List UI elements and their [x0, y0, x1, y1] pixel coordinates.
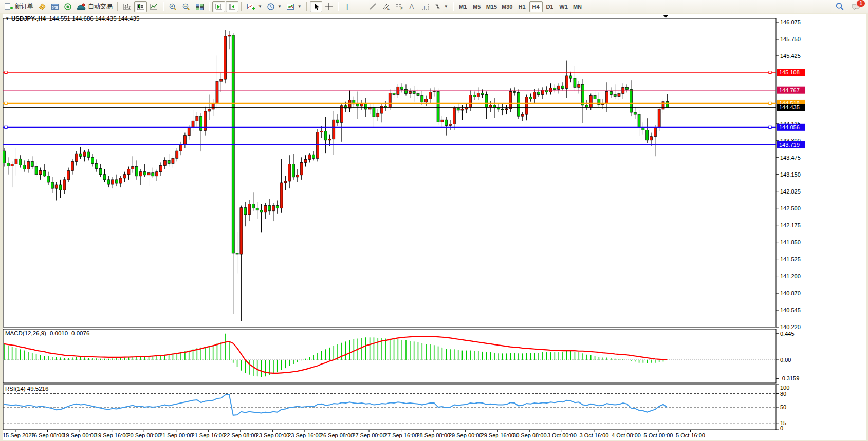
- svg-text:5 Oct 16:00: 5 Oct 16:00: [676, 432, 705, 438]
- svg-text:3 Oct 00:00: 3 Oct 00:00: [547, 432, 577, 438]
- svg-text:T: T: [423, 4, 426, 9]
- svg-text:27 Sep 00:00: 27 Sep 00:00: [352, 432, 385, 438]
- svg-text:21 Sep 16:00: 21 Sep 16:00: [192, 432, 225, 438]
- svg-text:144.767: 144.767: [779, 87, 800, 93]
- svg-text:-0.3159: -0.3159: [780, 375, 799, 381]
- period-button[interactable]: ▼: [265, 1, 284, 12]
- arrows-tool-button[interactable]: ▼: [432, 1, 450, 12]
- svg-text:80: 80: [780, 391, 786, 397]
- svg-text:F: F: [400, 7, 402, 10]
- svg-text:144.435: 144.435: [779, 104, 800, 110]
- market-watch-icon: [38, 3, 46, 11]
- svg-text:23 Sep 00:00: 23 Sep 00:00: [256, 432, 289, 438]
- auto-trading-button[interactable]: 自动交易: [75, 1, 115, 12]
- clock-icon: [267, 3, 275, 11]
- auto-scroll-button[interactable]: [226, 1, 238, 12]
- timeframe-button-M30[interactable]: M30: [500, 1, 514, 12]
- new-chart-button[interactable]: ▼: [245, 1, 264, 12]
- cursor-tool-button[interactable]: [310, 1, 322, 12]
- fibonacci-tool-button[interactable]: F: [393, 1, 405, 12]
- timeframe-group: M1M5M15M30H1H4D1W1MN: [456, 1, 584, 12]
- notifications-button[interactable]: 1: [849, 1, 863, 12]
- svg-text:142.500: 142.500: [780, 205, 801, 212]
- toolbar-separator: [117, 2, 118, 11]
- timeframe-button-MN[interactable]: MN: [571, 1, 584, 12]
- timeframe-button-D1[interactable]: D1: [543, 1, 557, 12]
- horizontal-line-tool-button[interactable]: —: [354, 1, 366, 12]
- svg-text:4 Oct 08:00: 4 Oct 08:00: [612, 432, 641, 438]
- line-chart-icon: [150, 3, 158, 11]
- navigator-icon: [51, 3, 59, 11]
- svg-text:21 Sep 00:00: 21 Sep 00:00: [159, 432, 193, 438]
- main-pane: [3, 18, 776, 327]
- timeframe-button-H1[interactable]: H1: [515, 1, 529, 12]
- chart-shift-button[interactable]: [212, 1, 225, 12]
- trendline-tool-button[interactable]: [367, 1, 379, 12]
- fibonacci-icon: F: [395, 3, 403, 10]
- chart-type-line-button[interactable]: [147, 1, 160, 12]
- indicators-button[interactable]: ▼: [284, 1, 304, 12]
- svg-text:5 Oct 00:00: 5 Oct 00:00: [644, 432, 673, 438]
- dropdown-arrow-icon: ▼: [258, 4, 262, 9]
- timeframe-button-M15[interactable]: M15: [484, 1, 499, 12]
- svg-text:142.825: 142.825: [780, 188, 801, 195]
- crosshair-tool-button[interactable]: [323, 1, 335, 12]
- timeframe-button-M5[interactable]: M5: [470, 1, 484, 12]
- chart-shift-marker[interactable]: [663, 15, 669, 18]
- auto-scroll-icon: [228, 3, 236, 11]
- timeframe-button-H4[interactable]: H4: [529, 1, 543, 12]
- svg-text:0.00: 0.00: [780, 357, 791, 363]
- svg-text:27 Sep 16:00: 27 Sep 16:00: [384, 432, 418, 438]
- tile-windows-icon: [195, 3, 204, 11]
- chart-window[interactable]: 146.075145.750145.425144.125143.800143.4…: [0, 13, 868, 441]
- svg-text:29 Sep 16:00: 29 Sep 16:00: [481, 432, 514, 438]
- vertical-line-tool-button[interactable]: |: [341, 1, 354, 12]
- svg-text:0.445: 0.445: [780, 331, 795, 337]
- chart-type-bars-button[interactable]: [121, 1, 134, 12]
- svg-text:141.200: 141.200: [780, 273, 801, 279]
- svg-text:100: 100: [780, 385, 789, 391]
- chart-shift-icon: [214, 3, 223, 11]
- svg-text:140.220: 140.220: [780, 324, 801, 330]
- indicators-icon: [286, 3, 295, 11]
- svg-text:29 Sep 00:00: 29 Sep 00:00: [449, 432, 482, 438]
- zoom-in-icon: [169, 3, 177, 11]
- equidistant-channel-tool-button[interactable]: E: [380, 1, 392, 12]
- zoom-out-icon: [182, 3, 191, 11]
- svg-text:143.719: 143.719: [779, 142, 800, 148]
- tile-windows-button[interactable]: [193, 1, 206, 12]
- toolbar-separator: [338, 2, 339, 11]
- svg-text:141.525: 141.525: [780, 256, 801, 262]
- timeframe-button-M1[interactable]: M1: [456, 1, 470, 12]
- text-label-tool-button[interactable]: T: [418, 1, 431, 12]
- chart-type-candles-button[interactable]: [134, 1, 147, 12]
- text-tool-button[interactable]: A: [405, 1, 418, 12]
- terminal-button[interactable]: [62, 1, 74, 12]
- trendline-icon: [369, 3, 377, 10]
- timeframe-button-W1[interactable]: W1: [557, 1, 570, 12]
- vertical-line-icon: |: [346, 3, 348, 10]
- svg-text:16 Sep 08:00: 16 Sep 08:00: [31, 432, 64, 438]
- svg-text:146.075: 146.075: [780, 19, 801, 25]
- svg-text:144.056: 144.056: [779, 124, 800, 130]
- chart-canvas[interactable]: 146.075145.750145.425144.125143.800143.4…: [0, 13, 868, 441]
- toolbar-separator: [209, 2, 210, 11]
- dropdown-arrow-icon: ▼: [444, 4, 448, 9]
- svg-text:0: 0: [780, 425, 783, 431]
- search-button[interactable]: [833, 1, 846, 12]
- svg-text:19 Sep 16:00: 19 Sep 16:00: [95, 432, 128, 438]
- market-watch-button[interactable]: [36, 1, 48, 12]
- auto-trading-label: 自动交易: [88, 2, 113, 11]
- toolbar-separator: [163, 2, 164, 11]
- new-chart-icon: [247, 3, 255, 11]
- zoom-out-button[interactable]: [180, 1, 193, 12]
- new-order-button[interactable]: 新订单: [2, 1, 35, 12]
- svg-text:19 Sep 00:00: 19 Sep 00:00: [63, 432, 96, 438]
- zoom-in-button[interactable]: [167, 1, 179, 12]
- svg-text:145.750: 145.750: [780, 36, 801, 42]
- toolbar-separator: [306, 2, 307, 11]
- new-order-label: 新订单: [15, 2, 33, 11]
- svg-text:15 Sep 2022: 15 Sep 2022: [3, 432, 34, 438]
- terminal-icon: [64, 3, 72, 11]
- navigator-button[interactable]: [49, 1, 61, 12]
